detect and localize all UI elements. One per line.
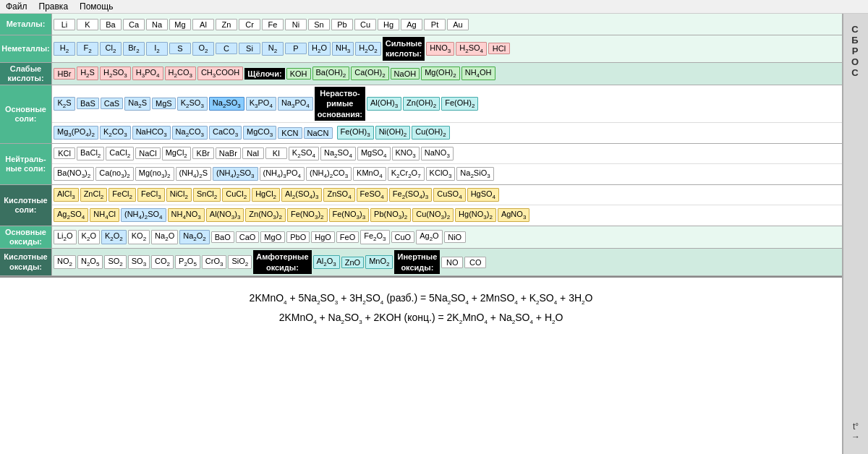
cell-nh42so4[interactable]: (NH4)2SO4 — [121, 208, 166, 222]
cell-al2so43[interactable]: Al2(SO4)3 — [281, 188, 322, 202]
cell-k2so3[interactable]: K2SO3 — [177, 97, 208, 111]
cell-na2o2[interactable]: Na2O2 — [179, 230, 210, 244]
cell-br2[interactable]: Br2 — [123, 42, 145, 56]
cell-aloh3[interactable]: Al(OH)3 — [367, 97, 401, 111]
cell-k2co3[interactable]: K2CO3 — [100, 126, 131, 140]
cell-ca[interactable]: Ca — [123, 19, 145, 30]
cell-hgso4[interactable]: HgSO4 — [467, 188, 499, 202]
cell-nai[interactable]: NaI — [242, 147, 264, 159]
menu-edit[interactable]: Правка — [39, 1, 69, 12]
cell-fecl2[interactable]: FeCl2 — [109, 188, 136, 202]
cell-bacl2[interactable]: BaCl2 — [77, 147, 104, 160]
cell-li2o[interactable]: Li2O — [54, 230, 77, 244]
cell-k2cr2o7[interactable]: K2Cr2O7 — [388, 167, 425, 181]
cell-nh42co3[interactable]: (NH4)2CO3 — [306, 167, 352, 181]
cell-sncl2[interactable]: SnCl2 — [193, 188, 221, 202]
cell-baoh2[interactable]: Ba(OH)2 — [312, 67, 350, 80]
cell-ko2[interactable]: KO2 — [128, 230, 150, 244]
cell-feno32[interactable]: Fe(NO3)2 — [287, 208, 328, 222]
cell-i2[interactable]: I2 — [146, 42, 168, 56]
cell-hgcl2[interactable]: HgCl2 — [252, 188, 280, 202]
cell-pbno32[interactable]: Pb(NO3)2 — [370, 208, 411, 222]
cell-ag2o[interactable]: Ag2O — [416, 230, 442, 244]
cell-na2s[interactable]: Na2S — [124, 97, 150, 111]
cell-nahco3[interactable]: NaHCO3 — [132, 126, 171, 140]
cell-ba[interactable]: Ba — [100, 19, 122, 30]
cell-na3po4[interactable]: Na3PO4 — [278, 97, 313, 111]
cell-mgso4[interactable]: MgSO4 — [357, 147, 391, 160]
cell-kno3[interactable]: KNO3 — [392, 147, 420, 160]
cell-h2so3[interactable]: H2SO3 — [100, 67, 131, 80]
cell-nio[interactable]: NiO — [444, 231, 466, 243]
cell-cuo[interactable]: CuO — [391, 231, 415, 243]
cell-si[interactable]: Si — [239, 43, 260, 54]
cell-hbr[interactable]: HBr — [54, 68, 75, 80]
cell-li[interactable]: Li — [54, 19, 75, 30]
cell-nacl[interactable]: NaCl — [135, 147, 160, 159]
menu-file[interactable]: Файл — [6, 1, 27, 12]
cell-feno33[interactable]: Fe(NO3)3 — [329, 208, 370, 222]
cell-na[interactable]: Na — [146, 19, 168, 30]
cell-cuoh2[interactable]: Cu(OH)2 — [412, 126, 449, 140]
cell-n2o5[interactable]: N2O5 — [77, 255, 103, 269]
cell-cro3[interactable]: CrO3 — [202, 255, 227, 269]
cell-k2so4[interactable]: K2SO4 — [289, 147, 319, 160]
cell-au[interactable]: Au — [447, 19, 469, 30]
cell-mg3po42[interactable]: Mg3(PO4)2 — [54, 126, 98, 140]
cell-cao[interactable]: CaO — [236, 231, 260, 243]
cell-nh3[interactable]: NH3 — [332, 42, 354, 56]
cell-fe[interactable]: Fe — [262, 19, 284, 30]
cell-mno2[interactable]: MnO2 — [365, 255, 393, 269]
cell-znoh2[interactable]: Zn(OH)2 — [403, 97, 440, 111]
cell-co2[interactable]: CO2 — [151, 255, 174, 269]
cell-nh42s[interactable]: (NH4)2S — [176, 167, 211, 181]
cell-nh4no3[interactable]: NH4NO3 — [168, 208, 205, 222]
cell-ag[interactable]: Ag — [401, 19, 422, 30]
cell-ch3cooh[interactable]: CH3COOH — [197, 67, 243, 80]
cell-naoh[interactable]: NaOH — [391, 68, 420, 80]
cell-koh[interactable]: KOH — [286, 68, 311, 80]
cell-nh42so3[interactable]: (NH4)2SO3 — [213, 167, 258, 181]
cell-cuno32[interactable]: Cu(NO3)2 — [412, 208, 454, 222]
cell-k[interactable]: K — [77, 19, 98, 30]
cell-mgno32[interactable]: Mg(no3)2 — [135, 167, 174, 181]
cell-kclo3[interactable]: KClO3 — [426, 167, 456, 181]
cell-kmno4[interactable]: KMnO4 — [353, 167, 386, 181]
cell-k2o2[interactable]: K2O2 — [101, 230, 127, 244]
cell-so3[interactable]: SO3 — [128, 255, 150, 269]
cell-mgs[interactable]: MgS — [152, 98, 176, 109]
cell-mgco3[interactable]: MgCO3 — [243, 126, 276, 140]
cell-hgno32[interactable]: Hg(NO3)2 — [455, 208, 496, 222]
cell-nh4oh[interactable]: NH4OH — [461, 67, 495, 80]
cell-co[interactable]: CO — [464, 257, 486, 268]
cell-h2co3[interactable]: H2CO3 — [165, 67, 196, 80]
cell-pt[interactable]: Pt — [424, 19, 446, 30]
cell-h2s[interactable]: H2S — [77, 67, 98, 80]
cell-cuso4[interactable]: CuSO4 — [433, 188, 465, 202]
cell-h2[interactable]: H2 — [54, 42, 75, 56]
cell-ni[interactable]: Ni — [285, 19, 307, 30]
temp-arrow-button[interactable]: t°→ — [851, 421, 860, 442]
cell-bas[interactable]: BaS — [77, 98, 99, 109]
menu-help[interactable]: Помощь — [80, 1, 113, 12]
cell-hg[interactable]: Hg — [378, 19, 399, 30]
cell-sio2[interactable]: SiO2 — [228, 255, 252, 269]
cell-mgoh2[interactable]: Mg(OH)2 — [421, 67, 460, 80]
cell-hno3[interactable]: HNO3 — [426, 42, 454, 56]
cell-na2sio3[interactable]: Na2SiO3 — [456, 167, 493, 181]
cell-caco3[interactable]: CaCO3 — [209, 126, 242, 140]
cell-mg[interactable]: Mg — [169, 19, 191, 30]
cell-zncl2[interactable]: ZnCl2 — [80, 188, 108, 202]
cell-bao[interactable]: BaO — [211, 231, 234, 243]
cell-cu[interactable]: Cu — [354, 19, 376, 30]
cell-zno[interactable]: ZnO — [341, 257, 364, 268]
cell-c[interactable]: C — [216, 43, 237, 54]
cell-caoh2[interactable]: Ca(OH)2 — [351, 67, 388, 80]
cell-s[interactable]: S — [169, 43, 191, 54]
cell-hcl[interactable]: HCl — [488, 43, 510, 54]
cell-na2co3[interactable]: Na2CO3 — [172, 126, 208, 140]
cell-znno32[interactable]: Zn(NO3)2 — [245, 208, 286, 222]
cell-h2so4[interactable]: H2SO4 — [456, 42, 487, 56]
cell-hgo[interactable]: HgO — [311, 231, 335, 243]
cell-cl2[interactable]: Cl2 — [100, 42, 122, 56]
